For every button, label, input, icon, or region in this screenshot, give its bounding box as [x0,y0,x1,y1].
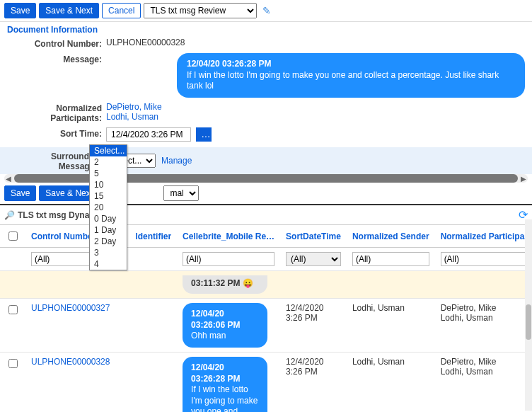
participant-link[interactable]: DePietro, Mike [106,102,525,112]
dropdown-option[interactable]: 10 [90,179,127,190]
lower-toolbar: Save Save & Next Ca mal [0,183,532,205]
message-timestamp: 12/04/20 03:26:28 PM [187,59,271,69]
dropdown-option[interactable]: 1 Day [90,224,127,236]
surrounding-messages-dropdown-open[interactable]: Select... 2 5 10 15 20 0 Day 1 Day 2 Day… [89,144,127,270]
row-msg-body: If I win the lotto I'm going to make you… [191,384,258,412]
dropdown-option[interactable]: Select... [90,145,127,156]
control-number-value: ULPHONE00000328 [106,38,525,47]
sort-time-input[interactable] [106,127,191,142]
magnifier-icon: 🔎 [4,210,15,220]
cancel-button[interactable]: Cancel [102,3,141,18]
surrounding-messages-row: Surrounding Messages: Select... Manage [0,147,532,174]
manage-link[interactable]: Manage [161,156,192,166]
dropdown-option[interactable]: 2 [90,156,127,168]
vertical-scroll-thumb[interactable] [526,304,531,340]
row-msg-body: 😛 [243,278,253,288]
filter-participants[interactable] [441,252,532,266]
results-grid: Control Number Identifier Cellebrite_Mob… [0,225,532,412]
edit-profile-icon[interactable]: ✎ [260,5,274,16]
col-sortdatetime[interactable]: SortDateTime [280,225,347,248]
message-label: Message: [7,53,106,64]
select-all-header[interactable] [0,225,25,248]
row-msg-timestamp: 03:11:32 PM [191,278,240,288]
row-control-number[interactable]: ULPHONE00000327 [25,299,115,353]
grid-header-row: Control Number Identifier Cellebrite_Mob… [0,225,532,248]
scroll-left-icon[interactable]: ◀ [4,174,13,183]
top-toolbar: Save Save & Next Cancel TLS txt msg Revi… [0,0,532,22]
horizontal-scrollbar[interactable]: ◀ ▶ [4,174,528,183]
dropdown-option[interactable]: 3 [90,247,127,258]
dropdown-option[interactable]: 4 [90,258,127,270]
row-control-number[interactable]: ULPHONE00000328 [25,353,115,412]
row-msg-timestamp: 12/04/20 03:26:28 PM [191,362,259,384]
scroll-right-icon[interactable]: ▶ [519,174,528,183]
message-body: If I win the lotto I'm going to make you… [187,70,499,91]
row-participants: DePietro, Mike Lodhi, Usman [435,353,532,412]
save-button[interactable]: Save [4,3,36,18]
dropdown-option[interactable]: 0 Day [90,213,127,224]
dropdown-option[interactable]: 5 [90,168,127,179]
document-information-panel: Document Information Control Number: ULP… [0,22,532,147]
filter-message[interactable] [183,252,274,266]
row-sortdate [280,271,347,299]
sort-time-picker-button[interactable]: … [196,127,212,142]
row-participants [435,271,532,299]
row-checkbox[interactable] [8,359,18,368]
col-sender[interactable]: Normalized Sender [347,225,435,248]
message-bubble: 12/04/20 03:26:28 PM If I win the lotto … [177,53,525,98]
row-sender: Lodhi, Usman [347,299,435,353]
vertical-scrollbar[interactable] [525,219,532,411]
document-information-title: Document Information [7,25,525,35]
table-row[interactable]: ULPHONE00000327 12/04/20 03:26:06 PM Ohh… [0,299,532,353]
table-row[interactable]: 03:11:32 PM 😛 [0,271,532,299]
row-control-number[interactable] [25,271,115,299]
participants-label: Normalized Participants: [7,102,106,123]
table-row[interactable]: ULPHONE00000328 12/04/20 03:26:28 PM If … [0,353,532,412]
dropdown-option[interactable]: 20 [90,202,127,213]
participant-link[interactable]: Lodhi, Usman [106,112,525,122]
sort-time-label: Sort Time: [7,127,106,139]
filter-sortdatetime[interactable]: (All) [286,252,341,266]
message-bubble-grey: 03:11:32 PM 😛 [183,275,267,294]
grid-filter-row: (All) [0,248,532,271]
save-button-lower[interactable]: Save [4,185,36,201]
message-bubble-blue: 12/04/20 03:26:28 PM If I win the lotto … [183,357,267,412]
grid-title-row: 🔎 TLS txt msg Dynamic ⟳ [0,205,532,225]
message-bubble-blue: 12/04/20 03:26:06 PM Ohh man [183,303,267,348]
dropdown-option[interactable]: 15 [90,190,127,202]
dropdown-option[interactable]: 2 Day [90,236,127,247]
save-next-button[interactable]: Save & Next [39,3,99,18]
row-checkbox[interactable] [8,305,18,314]
layout-profile-select[interactable]: TLS txt msg Review [144,3,257,18]
control-number-label: Control Number: [7,38,106,49]
row-sortdate: 12/4/2020 3:26 PM [280,353,347,412]
row-sender [347,271,435,299]
lower-profile-select[interactable]: mal [163,185,199,201]
row-msg-timestamp: 12/04/20 03:26:06 PM [191,309,259,331]
row-sortdate: 12/4/2020 3:26 PM [280,299,347,353]
select-all-checkbox[interactable] [8,231,18,241]
row-participants: DePietro, Mike Lodhi, Usman [435,299,532,353]
row-sender: Lodhi, Usman [347,353,435,412]
col-message[interactable]: Cellebrite_Mobile Re… [177,225,280,248]
filter-sender[interactable] [352,252,429,266]
row-msg-body: Ohh man [191,331,226,341]
col-participants[interactable]: Normalized Participa… [435,225,532,248]
